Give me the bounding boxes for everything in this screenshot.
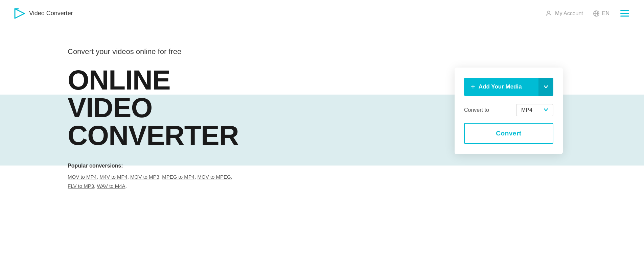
user-icon bbox=[545, 10, 552, 17]
hero-title: ONLINE VIDEO CONVERTER bbox=[68, 66, 304, 149]
hero-title-line1: ONLINE bbox=[68, 65, 170, 95]
convert-to-label: Convert to bbox=[464, 107, 489, 113]
my-account-link[interactable]: My Account bbox=[545, 10, 583, 17]
format-chevron-icon bbox=[544, 107, 548, 113]
popular-links: MOV to MP4, M4V to MP4, MOV to MP3, MPEG… bbox=[68, 172, 304, 191]
convert-button[interactable]: Convert bbox=[464, 123, 553, 144]
hamburger-line-3 bbox=[620, 16, 629, 17]
header-right: My Account EN bbox=[545, 9, 630, 18]
add-media-dropdown-button[interactable] bbox=[538, 78, 553, 96]
popular-conversions-label: Popular conversions: bbox=[68, 163, 304, 169]
hero-content: Convert your videos online for free ONLI… bbox=[68, 47, 304, 191]
hamburger-line-2 bbox=[620, 13, 629, 14]
format-value: MP4 bbox=[521, 107, 532, 113]
converter-card: + Add Your Media Convert to MP4 bbox=[455, 68, 563, 154]
svg-point-2 bbox=[547, 11, 550, 13]
hero-title-line3: CONVERTER bbox=[68, 120, 239, 151]
hero-title-line2: VIDEO bbox=[68, 92, 152, 123]
logo[interactable]: Video Converter bbox=[14, 7, 73, 20]
my-account-label: My Account bbox=[555, 10, 583, 17]
hamburger-menu[interactable] bbox=[619, 9, 630, 18]
popular-link-mov-mpeg[interactable]: MOV to MPEG bbox=[197, 174, 231, 180]
popular-link-mov-mp3[interactable]: MOV to MP3 bbox=[130, 174, 159, 180]
add-media-row: + Add Your Media bbox=[464, 78, 553, 96]
hamburger-line-1 bbox=[620, 10, 629, 11]
popular-link-m4v-mp4[interactable]: M4V to MP4 bbox=[99, 174, 128, 180]
plus-icon: + bbox=[471, 83, 475, 91]
convert-to-row: Convert to MP4 bbox=[464, 104, 553, 116]
main-content: Convert your videos online for free ONLI… bbox=[0, 27, 644, 253]
lang-label: EN bbox=[602, 10, 610, 17]
logo-text: Video Converter bbox=[29, 10, 73, 17]
popular-link-wav-m4a[interactable]: WAV to M4A bbox=[97, 183, 125, 189]
popular-link-mpeg-mp4[interactable]: MPEG to MP4 bbox=[162, 174, 194, 180]
popular-link-flv-mp3[interactable]: FLV to MP3 bbox=[68, 183, 94, 189]
logo-icon bbox=[14, 7, 26, 20]
add-media-button[interactable]: + Add Your Media bbox=[464, 78, 538, 96]
svg-marker-0 bbox=[15, 9, 24, 18]
format-select[interactable]: MP4 bbox=[516, 104, 553, 116]
popular-link-mov-mp4[interactable]: MOV to MP4 bbox=[68, 174, 97, 180]
language-selector[interactable]: EN bbox=[593, 10, 610, 17]
header: Video Converter My Account EN bbox=[0, 0, 644, 27]
add-media-label: Add Your Media bbox=[479, 83, 522, 90]
chevron-down-icon bbox=[544, 84, 548, 89]
hero-subtitle: Convert your videos online for free bbox=[68, 47, 304, 56]
globe-icon bbox=[593, 10, 600, 17]
